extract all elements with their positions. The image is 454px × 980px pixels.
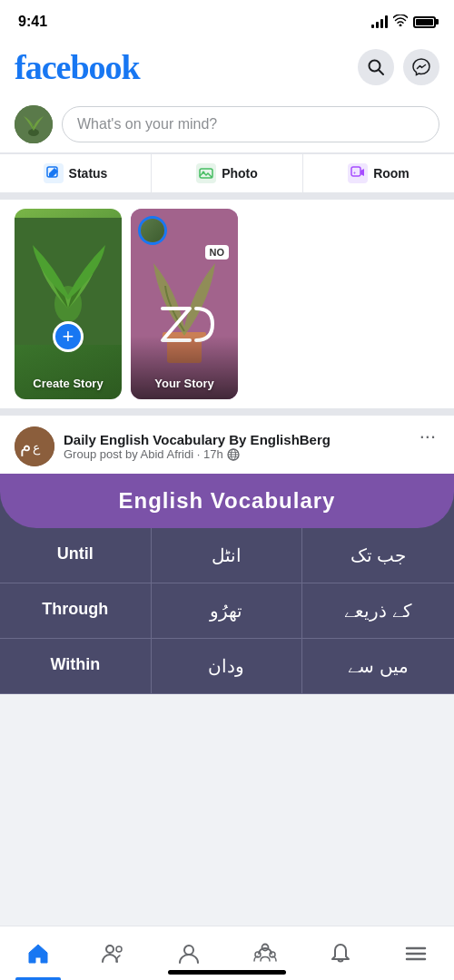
post-avatar-svg: م ع [15, 426, 54, 466]
post-author-info: م ع Daily English Vocabulary By EnglishB… [15, 426, 331, 466]
messenger-button[interactable] [403, 49, 439, 85]
avatar-plant-svg [15, 105, 53, 143]
vocab-urdu2-2: کے ذریعے [302, 583, 454, 638]
vocab-row-3: Within ودان میں سے [0, 639, 454, 694]
svg-text:م: م [20, 436, 31, 456]
post-composer: What's on your mind? [0, 96, 454, 153]
post-author-name: Daily English Vocabulary By EnglishBerg [64, 432, 331, 447]
messenger-icon [412, 58, 430, 76]
nav-friends[interactable] [75, 926, 151, 980]
home-indicator [168, 970, 286, 975]
svg-rect-1 [15, 105, 53, 143]
post-more-button[interactable]: ··· [416, 426, 439, 446]
svg-point-23 [262, 944, 268, 950]
room-icon: + [348, 163, 368, 183]
svg-text:ع: ع [33, 441, 41, 456]
signal-icon [371, 15, 388, 28]
header: facebook [0, 40, 454, 96]
globe-icon [227, 448, 240, 461]
vocab-table: Until انٹل جب تک Through تھرُو کے ذریعے … [0, 528, 454, 694]
your-story-label: Your Story [131, 377, 238, 390]
vocab-row-1: Until انٹل جب تک [0, 528, 454, 583]
create-story-label: Create Story [15, 377, 122, 390]
nav-notifications[interactable] [302, 926, 378, 980]
photo-icon [196, 163, 216, 183]
post-author-avatar: م ع [15, 426, 54, 466]
user-avatar [15, 105, 53, 143]
room-svg-icon: + [350, 166, 365, 181]
user-avatar-image [15, 105, 53, 143]
nav-menu[interactable] [379, 926, 454, 980]
vocab-urdu2-1: جب تک [302, 528, 454, 583]
feed-content: What's on your mind? Status Photo [0, 96, 454, 765]
header-actions [358, 49, 439, 85]
composer-input[interactable]: What's on your mind? [62, 106, 439, 142]
wifi-icon [393, 15, 408, 29]
story-avatar-inner [141, 219, 164, 242]
vocab-title: English Vocabulary [119, 488, 336, 513]
battery-icon [413, 16, 436, 28]
photo-button[interactable]: Photo [152, 154, 303, 192]
photo-label: Photo [222, 166, 258, 181]
post-header: م ع Daily English Vocabulary By EnglishB… [0, 416, 454, 474]
status-icon [44, 163, 64, 183]
svg-point-20 [106, 946, 114, 953]
nav-home[interactable] [0, 926, 75, 980]
groups-icon [253, 942, 277, 965]
your-story-background: NO [131, 209, 238, 399]
notifications-icon [329, 942, 352, 965]
status-bar: 9:41 [0, 0, 454, 40]
friends-icon [102, 942, 125, 965]
room-label: Room [373, 166, 410, 181]
create-story-background [15, 209, 122, 399]
facebook-logo: facebook [15, 47, 140, 87]
post-subtitle: Group post by Abid Afridi · 17h [64, 447, 331, 461]
vocab-urdu2-3: میں سے [302, 639, 454, 693]
vocab-urdu1-3: ودان [152, 639, 303, 693]
svg-point-22 [184, 946, 193, 955]
post-avatar-image: م ع [15, 426, 54, 466]
profile-icon [177, 942, 201, 965]
search-button[interactable] [358, 49, 394, 85]
search-icon [367, 58, 385, 76]
vocab-urdu1-2: تھرُو [152, 583, 303, 638]
vocab-english-2: Through [0, 583, 152, 638]
post-card: م ع Daily English Vocabulary By EnglishB… [0, 416, 454, 694]
photo-svg-icon [199, 166, 213, 181]
create-story-card[interactable]: + Create Story [15, 209, 122, 399]
status-button[interactable]: Status [0, 154, 152, 192]
vocab-english-3: Within [0, 639, 152, 693]
vocab-english-1: Until [0, 528, 152, 583]
story-no-badge: NO [205, 245, 230, 260]
status-time: 9:41 [18, 14, 47, 30]
status-pencil-icon [46, 166, 61, 181]
vocab-row-2: Through تھرُو کے ذریعے [0, 583, 454, 639]
menu-icon [404, 942, 428, 965]
create-story-plus-button[interactable]: + [53, 321, 84, 352]
home-icon [26, 942, 50, 965]
svg-text:+: + [353, 170, 356, 175]
status-icons [371, 15, 436, 29]
post-meta: Daily English Vocabulary By EnglishBerg … [64, 432, 331, 461]
stories-section: + Create Story [0, 200, 454, 416]
status-label: Status [69, 166, 108, 181]
vocab-header: English Vocabulary [0, 474, 454, 528]
room-button[interactable]: + Room [303, 154, 454, 192]
svg-point-21 [116, 946, 122, 952]
action-bar: Status Photo + Room [0, 153, 454, 200]
vocab-urdu1-1: انٹل [152, 528, 303, 583]
vocabulary-card: English Vocabulary Until انٹل جب تک Thro… [0, 474, 454, 694]
your-story-card[interactable]: NO Your Story [131, 209, 238, 399]
story-avatar-ring [138, 216, 167, 245]
